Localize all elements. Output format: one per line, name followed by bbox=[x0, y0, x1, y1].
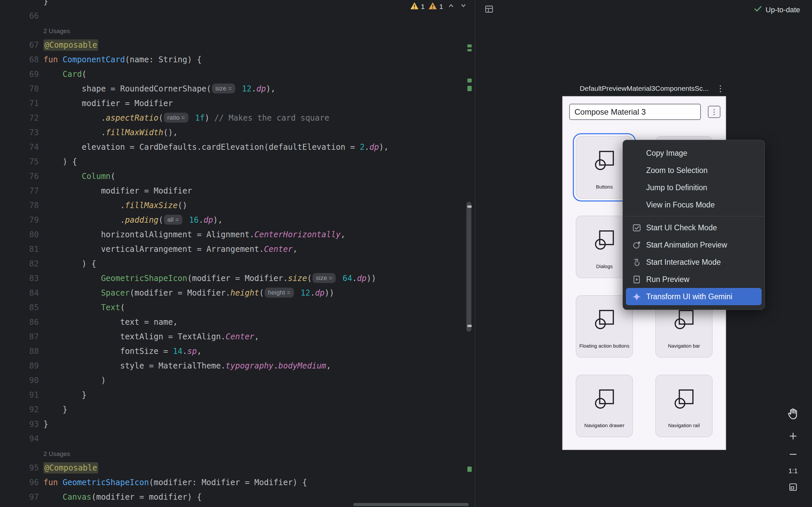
line-number: 79 bbox=[0, 213, 39, 227]
line-number: 97 bbox=[0, 490, 39, 504]
previous-highlight-button[interactable] bbox=[447, 1, 455, 12]
code-token: height bbox=[231, 288, 259, 297]
editor-horizontal-scrollbar[interactable] bbox=[353, 503, 469, 506]
code-token: . bbox=[44, 128, 106, 137]
code-line-text: } bbox=[44, 0, 48, 9]
code-line[interactable]: 93} bbox=[0, 417, 475, 432]
zoom-in-icon[interactable] bbox=[785, 431, 801, 441]
code-line[interactable]: 85 Text( bbox=[0, 300, 475, 315]
code-line[interactable]: 68fun ComponentCard(name: String) { bbox=[0, 52, 475, 67]
code-token: ) { bbox=[44, 259, 96, 268]
code-line[interactable]: 73 .fillMaxWidth(), bbox=[0, 125, 475, 140]
inlay-hint-row[interactable]: 2 Usages bbox=[0, 446, 475, 461]
code-line[interactable]: 92 } bbox=[0, 402, 475, 417]
code-line[interactable]: 91 } bbox=[0, 388, 475, 402]
code-line[interactable]: 80 horizontalAlignment = Alignment.Cente… bbox=[0, 227, 475, 242]
code-token: 16 bbox=[189, 215, 199, 225]
code-line[interactable]: 83 GeometricShapeIcon(modifier = Modifie… bbox=[0, 271, 475, 286]
editor-layout-icon[interactable] bbox=[485, 5, 494, 15]
code-line[interactable]: 89 style = MaterialTheme.typography.body… bbox=[0, 358, 475, 373]
line-number: 75 bbox=[0, 155, 39, 169]
code-token: typography bbox=[225, 361, 274, 371]
line-number: 86 bbox=[0, 315, 39, 329]
component-card-navigation-rail[interactable]: Navigation rail bbox=[655, 375, 712, 437]
inlay-hint-row[interactable]: 2 Usages bbox=[0, 23, 475, 38]
menu-item-run-preview[interactable]: Run Preview bbox=[626, 271, 762, 288]
editor-vertical-scrollbar[interactable] bbox=[466, 202, 471, 332]
menu-item-copy-image[interactable]: Copy Image bbox=[626, 145, 762, 162]
code-token: (), bbox=[163, 128, 177, 137]
sync-status[interactable]: Up-to-date bbox=[754, 5, 800, 15]
line-number: 66 bbox=[0, 9, 39, 23]
code-token: fillMaxSize bbox=[125, 201, 178, 210]
code-line-text: Text( bbox=[44, 300, 125, 315]
pan-hand-icon[interactable] bbox=[785, 408, 801, 421]
code-line-text: Spacer(modifier = Modifier.height(height… bbox=[44, 286, 334, 300]
weak-warning-icon bbox=[428, 2, 437, 12]
code-line[interactable]: 74 elevation = CardDefaults.cardElevatio… bbox=[0, 140, 475, 155]
gemini-icon bbox=[631, 292, 642, 301]
code-line[interactable]: 78 .fillMaxSize() bbox=[0, 198, 475, 213]
code-token: aspectRatio bbox=[106, 113, 159, 123]
code-token: modifier = Modifier bbox=[44, 186, 192, 195]
code-line[interactable]: 69 Card( bbox=[0, 67, 475, 81]
fit-to-screen-icon[interactable] bbox=[785, 483, 801, 492]
code-line[interactable]: 70 shape = RoundedCornerShape(size = 12.… bbox=[0, 81, 475, 96]
code-line-text: Card( bbox=[44, 67, 87, 81]
menu-item-start-animation-preview[interactable]: Start Animation Preview bbox=[626, 236, 762, 253]
code-line[interactable]: 79 .padding(all = 16.dp), bbox=[0, 213, 475, 227]
zoom-ratio-label[interactable]: 1:1 bbox=[785, 467, 801, 475]
code-token: } bbox=[44, 419, 48, 429]
code-line[interactable]: 75 ) { bbox=[0, 155, 475, 169]
code-line[interactable]: 97 Canvas(modifier = modifier) { bbox=[0, 490, 475, 504]
next-highlight-button[interactable] bbox=[459, 1, 468, 12]
code-line[interactable]: 87 textAlign = TextAlign.Center, bbox=[0, 329, 475, 344]
code-line[interactable]: 96fun GeometricShapeIcon(modifier: Modif… bbox=[0, 475, 475, 490]
code-line-text: } bbox=[44, 417, 48, 432]
geometric-shape-icon bbox=[594, 309, 615, 331]
code-line[interactable]: 81 verticalArrangement = Arrangement.Cen… bbox=[0, 242, 475, 257]
inspection-widget[interactable]: 1 1 bbox=[410, 1, 468, 12]
code-line[interactable]: 77 modifier = Modifier bbox=[0, 183, 475, 198]
code-token: (modifier = Modifier. bbox=[130, 288, 230, 297]
menu-item-start-ui-check-mode[interactable]: Start UI Check Mode bbox=[626, 219, 762, 236]
code-token: fun bbox=[44, 478, 63, 487]
code-line[interactable]: 67@Composable bbox=[0, 38, 475, 52]
code-editor[interactable]: }662 Usages67@Composable68fun ComponentC… bbox=[0, 0, 475, 507]
usages-inlay-hint[interactable]: 2 Usages bbox=[44, 450, 70, 457]
parameter-name-hint: height = bbox=[265, 288, 294, 297]
component-card-navigation-drawer[interactable]: Navigation drawer bbox=[576, 375, 633, 437]
code-token: Column bbox=[82, 172, 111, 181]
code-line[interactable]: 76 Column( bbox=[0, 169, 475, 183]
stripe-mark bbox=[467, 325, 472, 327]
code-line[interactable]: 86 text = name, bbox=[0, 315, 475, 329]
menu-item-transform-ui-with-gemini[interactable]: Transform UI with Gemini bbox=[626, 288, 762, 305]
code-token: } bbox=[44, 405, 67, 414]
code-line[interactable]: 71 modifier = Modifier bbox=[0, 96, 475, 111]
code-token: textAlign = TextAlign. bbox=[44, 332, 225, 341]
code-line[interactable]: 66 bbox=[0, 9, 475, 23]
menu-item-start-interactive-mode[interactable]: Start Interactive Mode bbox=[626, 253, 762, 271]
split-divider[interactable] bbox=[475, 0, 475, 507]
code-line[interactable]: 94 bbox=[0, 432, 475, 446]
usages-inlay-hint[interactable]: 2 Usages bbox=[44, 27, 70, 35]
menu-item-zoom-to-selection[interactable]: Zoom to Selection bbox=[626, 162, 762, 179]
menu-item-view-in-focus-mode[interactable]: View in Focus Mode bbox=[626, 196, 762, 213]
code-line[interactable]: 72 .aspectRatio(ratio = 1f) // Makes the… bbox=[0, 111, 475, 125]
code-line[interactable]: 82 ) { bbox=[0, 257, 475, 271]
code-token bbox=[44, 303, 101, 312]
code-line[interactable]: 84 Spacer(modifier = Modifier.height(hei… bbox=[0, 286, 475, 300]
code-line[interactable]: 88 fontSize = 14.sp, bbox=[0, 344, 475, 358]
menu-item-jump-to-definition[interactable]: Jump to Definition bbox=[626, 179, 762, 196]
warnings-group[interactable]: 1 bbox=[410, 2, 425, 12]
kebab-menu-icon[interactable]: ⋮ bbox=[715, 83, 725, 94]
code-line[interactable]: } bbox=[0, 0, 475, 9]
code-line[interactable]: 90 ) bbox=[0, 373, 475, 388]
code-line-text: 2 Usages bbox=[44, 23, 70, 38]
weak-warnings-group[interactable]: 1 bbox=[428, 2, 443, 12]
code-token: ( bbox=[110, 172, 115, 181]
code-line-text: } bbox=[44, 402, 67, 417]
zoom-out-icon[interactable] bbox=[785, 449, 801, 459]
menu-item-label: Zoom to Selection bbox=[646, 166, 708, 175]
code-line[interactable]: 95@Composable bbox=[0, 461, 475, 475]
